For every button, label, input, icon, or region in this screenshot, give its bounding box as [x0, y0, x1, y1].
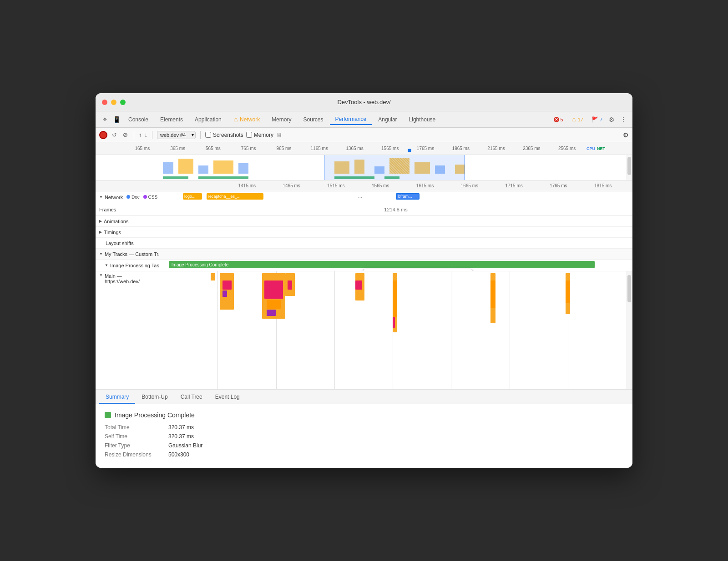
- selector-icon[interactable]: ⌖: [99, 114, 110, 125]
- task-bar-4[interactable]: [222, 291, 227, 297]
- image-processing-tasks-label: ▼ Image Processing Tasks: [96, 263, 159, 268]
- summary-filter-type-row: Filter Type Gaussian Blur: [105, 442, 623, 449]
- image-processing-tasks-content[interactable]: Image Processing Complete 320.37 ms Imag…: [159, 260, 632, 271]
- task-bar-14[interactable]: [393, 280, 397, 317]
- sub-settings-icon[interactable]: ⚙: [623, 131, 629, 139]
- screenshots-checkbox[interactable]: [205, 132, 211, 138]
- ruler-mark-4: 765 ms: [231, 146, 266, 151]
- layout-shifts-row-label: Layout shifts: [99, 240, 134, 246]
- task-bar-12[interactable]: [355, 280, 362, 290]
- vtick-6: [510, 271, 510, 389]
- window-title: DevTools - web.dev/: [337, 99, 390, 105]
- custom-track-header: ▼ My Tracks — Custom Track: [96, 249, 632, 260]
- main-scrollbar-thumb[interactable]: [627, 275, 631, 302]
- error-badge: ✕ 5: [551, 116, 566, 123]
- record-button[interactable]: [99, 131, 107, 139]
- frames-label: Frames: [96, 207, 159, 212]
- tab-sources[interactable]: Sources: [298, 115, 329, 125]
- tab-angular[interactable]: Angular: [373, 115, 402, 125]
- task-bar-19[interactable]: [566, 280, 570, 303]
- tab-lighthouse[interactable]: Lighthouse: [404, 115, 441, 125]
- tab-memory[interactable]: Memory: [266, 115, 297, 125]
- animations-row: ▶ Animations: [96, 216, 632, 227]
- vtick-5: [451, 271, 451, 389]
- tab-application[interactable]: Application: [189, 115, 227, 125]
- tab-console[interactable]: Console: [123, 115, 154, 125]
- frames-row: Frames 1214.8 ms: [96, 203, 632, 216]
- task-bar-17[interactable]: [490, 280, 495, 308]
- profile-selector[interactable]: web.dev #4: [157, 131, 196, 139]
- memory-checkbox[interactable]: [246, 132, 252, 138]
- close-button[interactable]: [102, 100, 107, 105]
- task-bar-8[interactable]: [267, 310, 276, 316]
- logo-bar[interactable]: logo...: [183, 193, 202, 200]
- frames-value: 1214.8 ms: [384, 207, 407, 212]
- timings-expand-icon[interactable]: ▶: [99, 230, 102, 234]
- tab-network[interactable]: ⚠ Network: [228, 115, 265, 125]
- summary-resize-dimensions-row: Resize Dimensions 500x300: [105, 451, 623, 458]
- ellipsis-indicator: ...: [358, 193, 362, 199]
- task-bar-2[interactable]: [220, 273, 234, 310]
- tab-call-tree[interactable]: Call Tree: [174, 391, 209, 404]
- tab-summary[interactable]: Summary: [99, 391, 135, 404]
- tab-elements[interactable]: Elements: [155, 115, 188, 125]
- network-expand-icon[interactable]: ▼: [99, 195, 103, 199]
- timeline-overview[interactable]: [96, 155, 632, 180]
- memory-checkbox-label[interactable]: Memory: [246, 132, 273, 138]
- task-bar-7[interactable]: [267, 300, 281, 309]
- screenshots-checkbox-label[interactable]: Screenshots: [205, 132, 243, 138]
- ruler-mark-12: 2365 ms: [514, 146, 549, 151]
- frames-content: 1214.8 ms: [159, 203, 632, 215]
- image-processing-tasks-expand-icon[interactable]: ▼: [105, 263, 108, 267]
- memory-icon[interactable]: 🖥: [276, 131, 283, 139]
- maximize-button[interactable]: [120, 100, 126, 105]
- task-bar-3[interactable]: [222, 280, 232, 290]
- download-button[interactable]: ↓: [145, 131, 148, 138]
- task-bar-10[interactable]: [288, 280, 292, 290]
- main-thread-expand-icon[interactable]: ▼: [99, 273, 103, 277]
- main-scrollbar-track[interactable]: [626, 271, 632, 389]
- title-bar: DevTools - web.dev/: [96, 93, 632, 111]
- bottom-tabs: Summary Bottom-Up Call Tree Event Log: [96, 390, 632, 404]
- animations-row-label: Animations: [104, 219, 128, 224]
- custom-track-label: ▼ My Tracks — Custom Track: [96, 251, 159, 257]
- task-bar-15[interactable]: [393, 317, 395, 328]
- ruler-mark-13: 2565 ms: [549, 146, 585, 151]
- refresh-button[interactable]: ↺: [110, 131, 118, 139]
- clear-button[interactable]: ⊘: [121, 131, 129, 139]
- minimize-button[interactable]: [111, 100, 116, 105]
- animations-expand-icon[interactable]: ▶: [99, 219, 102, 223]
- task-bar-1[interactable]: [211, 273, 215, 280]
- self-time-value: 320.37 ms: [168, 433, 194, 440]
- recaptcha-bar[interactable]: recaptcha__es_...: [207, 193, 263, 200]
- scrollbar-track[interactable]: [626, 155, 632, 180]
- settings-icon[interactable]: ⚙: [606, 114, 617, 125]
- resize-dimensions-label: Resize Dimensions: [105, 451, 168, 458]
- custom-track-expand-icon[interactable]: ▼: [99, 252, 103, 256]
- ruler-mark-11: 2165 ms: [479, 146, 514, 151]
- layout-shifts-content: [159, 238, 632, 248]
- profile-select-input[interactable]: web.dev #4: [157, 131, 196, 139]
- network-row: ▼ Network Doc CSS JS Font Img Media Wasm…: [96, 191, 632, 203]
- summary-panel: Image Processing Complete Total Time 320…: [96, 404, 632, 468]
- bframe-bar[interactable]: bfram...: [396, 193, 420, 200]
- flamechart: ▼ Network Doc CSS JS Font Img Media Wasm…: [96, 191, 632, 390]
- tab-event-log[interactable]: Event Log: [209, 391, 246, 404]
- task-bar-6[interactable]: [264, 280, 283, 299]
- tab-performance[interactable]: Performance: [330, 114, 372, 125]
- image-processing-tasks-row: ▼ Image Processing Tasks Image Processin…: [96, 260, 632, 271]
- device-icon[interactable]: 📱: [111, 114, 122, 125]
- tab-bottom-up[interactable]: Bottom-Up: [135, 391, 174, 404]
- image-processing-bar[interactable]: Image Processing Complete: [169, 261, 595, 268]
- timeline-ruler: 165 ms 365 ms 565 ms 765 ms 965 ms 1165 …: [96, 142, 632, 155]
- summary-self-time-row: Self Time 320.37 ms: [105, 433, 623, 440]
- scrollbar-thumb[interactable]: [627, 157, 631, 175]
- image-processing-tasks-name: Image Processing Tasks: [110, 263, 159, 268]
- more-icon[interactable]: ⋮: [618, 114, 629, 125]
- main-content: 165 ms 365 ms 565 ms 765 ms 965 ms 1165 …: [96, 142, 632, 390]
- network-label: ▼ Network Doc CSS JS Font Img Media Wasm…: [96, 195, 159, 200]
- doc-legend: Doc: [126, 195, 140, 200]
- sub-toolbar: ↺ ⊘ ↑ ↓ web.dev #4 Screenshots Memory 🖥 …: [96, 128, 632, 142]
- upload-button[interactable]: ↑: [139, 131, 142, 138]
- timings-label: ▶ Timings: [96, 230, 159, 235]
